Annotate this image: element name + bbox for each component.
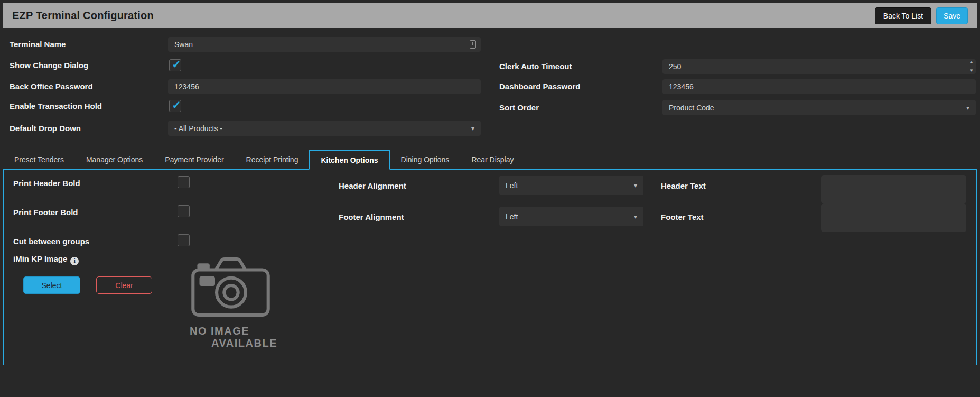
chevron-down-icon: ▾	[634, 214, 637, 220]
print-header-bold-checkbox[interactable]	[178, 176, 190, 188]
enable-transaction-hold-checkbox[interactable]: ✓	[169, 100, 181, 112]
terminal-name-label: Terminal Name	[10, 37, 66, 52]
print-header-bold-label: Print Header Bold	[13, 179, 80, 188]
spinner-up-icon[interactable]: ▲	[969, 60, 974, 64]
show-change-dialog-label: Show Change Dialog	[10, 59, 88, 72]
spinner-down-icon[interactable]: ▼	[969, 69, 974, 73]
header-text-textarea[interactable]	[821, 175, 966, 204]
default-drop-down-select[interactable]: - All Products - ▾	[168, 121, 481, 136]
no-image-text-line2: AVAILABLE	[211, 337, 277, 349]
dashboard-password-label: Dashboard Password	[499, 79, 580, 94]
imin-kp-image-label: iMin KP Imagei	[13, 254, 79, 265]
footer-alignment-label: Footer Alignment	[339, 213, 404, 221]
sort-order-select[interactable]: Product Code ▾	[662, 100, 976, 115]
chevron-down-icon: ▾	[634, 182, 637, 189]
header-alignment-label: Header Alignment	[339, 181, 406, 190]
text-input-indicator-icon	[470, 40, 476, 49]
default-drop-down-value: - All Products -	[174, 124, 222, 133]
header-alignment-select[interactable]: Left ▾	[499, 176, 643, 195]
info-icon[interactable]: i	[70, 257, 79, 265]
image-select-button[interactable]: Select	[23, 276, 80, 294]
sort-order-label: Sort Order	[499, 100, 539, 115]
clerk-auto-timeout-label: Clerk Auto Timeout	[499, 59, 572, 74]
footer-text-label: Footer Text	[661, 213, 704, 221]
tab-payment-provider[interactable]: Payment Provider	[154, 150, 235, 170]
show-change-dialog-checkbox[interactable]: ✓	[169, 59, 181, 71]
default-drop-down-label: Default Drop Down	[10, 121, 81, 136]
back-office-password-label: Back Office Password	[10, 79, 93, 94]
header-text-label: Header Text	[661, 181, 706, 190]
terminal-name-field-wrap	[168, 37, 481, 52]
footer-text-textarea[interactable]	[821, 204, 966, 232]
tab-strip-filler	[525, 150, 977, 170]
number-spinner: ▲ ▼	[969, 60, 974, 73]
tab-receipt-printing[interactable]: Receipt Printing	[235, 150, 310, 170]
check-icon: ✓	[172, 59, 181, 70]
tab-rear-display[interactable]: Rear Display	[460, 150, 525, 170]
check-icon: ✓	[172, 99, 181, 110]
dashboard-password-input[interactable]	[662, 79, 976, 94]
tab-dining-options[interactable]: Dining Options	[390, 150, 461, 170]
tab-manager-options[interactable]: Manager Options	[75, 150, 154, 170]
chevron-down-icon: ▾	[471, 125, 474, 132]
sort-order-value: Product Code	[669, 104, 714, 112]
clerk-auto-timeout-input[interactable]	[662, 59, 976, 74]
cut-between-groups-checkbox[interactable]	[178, 234, 190, 246]
print-footer-bold-checkbox[interactable]	[178, 205, 190, 217]
enable-transaction-hold-label: Enable Transaction Hold	[10, 100, 102, 113]
no-image-text-line1: NO IMAGE	[190, 325, 249, 337]
footer-alignment-select[interactable]: Left ▾	[499, 207, 643, 226]
image-clear-button[interactable]: Clear	[96, 276, 152, 294]
back-office-password-input[interactable]	[168, 79, 481, 94]
header-alignment-value: Left	[506, 181, 518, 190]
top-bar: EZP Terminal Configuration Back To List …	[3, 3, 977, 28]
top-bar-actions: Back To List Save	[875, 7, 968, 24]
camera-icon	[190, 255, 272, 318]
clerk-auto-timeout-field-wrap: ▲ ▼	[662, 59, 976, 74]
tab-kitchen-options[interactable]: Kitchen Options	[309, 150, 389, 170]
footer-alignment-value: Left	[506, 213, 518, 221]
page-title: EZP Terminal Configuration	[12, 10, 154, 22]
terminal-configuration-page: EZP Terminal Configuration Back To List …	[0, 0, 980, 397]
tab-preset-tenders[interactable]: Preset Tenders	[3, 150, 75, 170]
tab-strip: Preset Tenders Manager Options Payment P…	[3, 150, 977, 170]
back-to-list-button[interactable]: Back To List	[875, 7, 931, 24]
terminal-name-input[interactable]	[168, 37, 481, 52]
chevron-down-icon: ▾	[966, 105, 969, 111]
cut-between-groups-label: Cut between groups	[13, 237, 89, 246]
print-footer-bold-label: Print Footer Bold	[13, 208, 78, 217]
imin-kp-image-label-text: iMin KP Image	[13, 254, 67, 263]
kitchen-options-panel: Print Header Bold Print Footer Bold Cut …	[3, 170, 977, 365]
save-button[interactable]: Save	[936, 7, 968, 24]
